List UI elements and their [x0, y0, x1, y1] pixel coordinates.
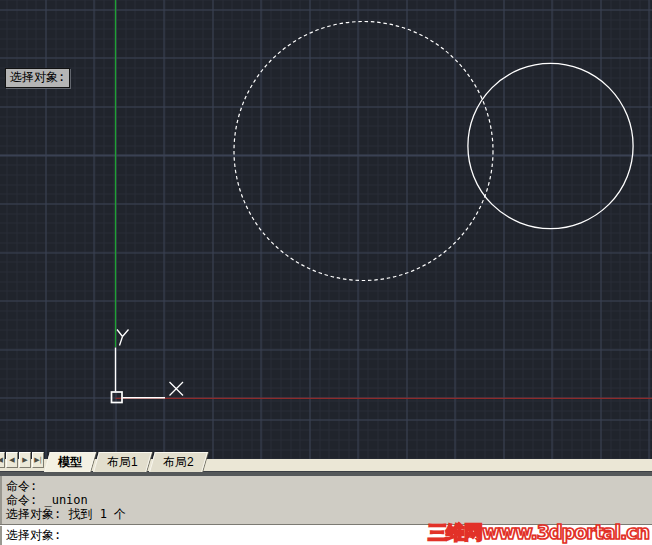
layout-tabs: 模型 布局1 布局2: [47, 452, 207, 471]
command-input-line[interactable]: 选择对象:: [0, 526, 652, 545]
tab-layout2[interactable]: 布局2: [149, 452, 207, 472]
tab-nav-last-icon[interactable]: ▶|: [32, 452, 44, 468]
tab-nav-prev-icon[interactable]: ◀: [6, 452, 18, 468]
cursor-prompt-tooltip: 选择对象:: [5, 68, 70, 88]
command-history-line: 命令: _union: [6, 493, 652, 507]
ucs-icon: [112, 330, 184, 403]
tab-layout1[interactable]: 布局1: [93, 452, 151, 472]
tab-nav-next-icon[interactable]: ▶: [19, 452, 31, 468]
command-history-line: 命令:: [6, 479, 652, 493]
selected-circle-dashed[interactable]: [234, 22, 493, 281]
tab-nav-buttons: |◀ ◀ ▶ ▶|: [0, 452, 45, 468]
tab-layout2-label: 布局2: [163, 453, 194, 471]
ucs-x-label: [170, 382, 184, 396]
command-history-line: 选择对象: 找到 1 个: [6, 507, 652, 521]
command-history: 命令: 命令: _union 选择对象: 找到 1 个: [0, 476, 652, 524]
tab-model-label: 模型: [58, 453, 82, 471]
tab-model[interactable]: 模型: [44, 452, 96, 472]
autocad-window: 选择对象: |◀ ◀ ▶ ▶| 模型 布局1 布局2 命令: 命令: _unio…: [0, 0, 652, 545]
tab-layout1-label: 布局1: [107, 453, 138, 471]
geometry-layer: [0, 0, 652, 459]
ucs-origin-square: [112, 392, 123, 403]
ucs-y-label: [117, 330, 129, 346]
drawing-canvas[interactable]: 选择对象:: [0, 0, 652, 459]
tab-nav-first-icon[interactable]: |◀: [0, 452, 5, 468]
